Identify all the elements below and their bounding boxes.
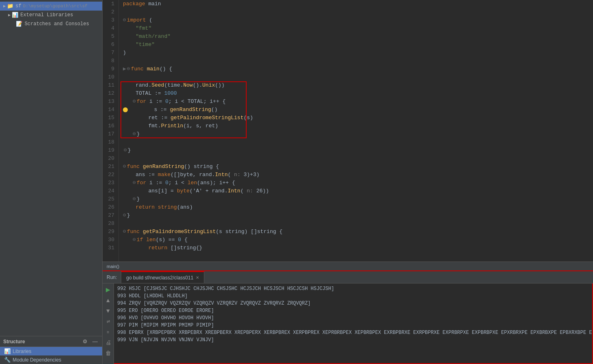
expand-arrow: ▶ xyxy=(3,4,6,9)
output-line-5: 996 HVO [OVHVO OHVHO HOVOH HVOVH] xyxy=(117,314,589,322)
token-kw: package xyxy=(123,0,145,8)
code-line-15: ret := getPalindromeStringList(s) xyxy=(123,114,589,122)
fold-marker-23[interactable]: ⊖ xyxy=(133,179,136,187)
run-sidebar-controls: ▶ ▲ ▼ ⇌ ≡ 🖨 🗑 xyxy=(103,283,114,364)
code-line-30: ⊖if len(s) == 0 { xyxy=(123,236,589,244)
sidebar-item-scratches[interactable]: 📝 Scratches and Consoles xyxy=(0,20,102,28)
structure-title: Structure xyxy=(3,339,25,344)
project-full-path: D:\mysetup\gopath\src\sf xyxy=(23,4,87,9)
run-scroll-down-btn[interactable]: ▼ xyxy=(104,306,113,315)
code-line-7: ) xyxy=(123,49,589,57)
output-line-4: 995 ERO [ORERO OEREO EOROE ERORE] xyxy=(117,307,589,314)
code-line-31: return []string{} xyxy=(123,244,589,252)
libraries-struct-icon: 📊 xyxy=(4,348,11,354)
code-line-10 xyxy=(123,73,589,81)
code-line-23: ⊖for i := 0; i < len(ans); i++ { xyxy=(123,179,589,187)
folder-icon: 📁 xyxy=(7,3,13,9)
sidebar-item-project[interactable]: ▶ 📁 sf D:\mysetup\gopath\src\sf xyxy=(0,2,102,11)
scratch-icon: 📝 xyxy=(16,21,22,27)
structure-item-module-deps[interactable]: 🔧 Module Dependencies xyxy=(0,355,102,364)
editor-area: 12345 678910 1112131415 1617181920 21222… xyxy=(103,0,593,364)
code-line-21: ⊖func genRandString() string { xyxy=(123,163,589,171)
output-line-8: 999 VJN [NJVJN NVJVN VNJNV VJNJV] xyxy=(117,336,589,344)
code-line-12: TOTAL := 1000 xyxy=(123,89,589,98)
fold-marker-13[interactable]: ⊖ xyxy=(133,98,136,106)
output-line-2: 993 HDDL [LHDDHL HLDDLH] xyxy=(117,292,589,300)
run-tab[interactable]: go build sf/newclass2/class011 ✕ xyxy=(121,271,204,283)
sidebar-item-external-libraries[interactable]: ▶ 📊 External Libraries xyxy=(0,11,102,20)
run-output: 992 HSJC [CJSHSJC CJHSHJC CHJSJHC CHSJSH… xyxy=(114,283,593,364)
fold-marker-9[interactable]: ⊖ xyxy=(127,65,130,73)
run-wrap-btn[interactable]: ⇌ xyxy=(104,317,113,326)
run-scroll-up-btn[interactable]: ▲ xyxy=(104,296,113,305)
structure-panel: Structure ⚙ — 📊 Libraries 🔧 Module Depen… xyxy=(0,336,102,364)
code-line-24: ans[i] = byte('A' + rand.Intn( n: 26)) xyxy=(123,187,589,195)
code-line-22: ans := make([]byte, rand.Intn( n: 3)+3) xyxy=(123,171,589,179)
run-tab-close[interactable]: ✕ xyxy=(196,275,199,280)
run-panel: Run: go build sf/newclass2/class011 ✕ ▶ … xyxy=(103,270,593,364)
output-line-6: 997 PIM [MIPIM MPIPM PMIMP PIMIP] xyxy=(117,322,589,329)
structure-controls: ⚙ — xyxy=(81,338,99,345)
code-line-11: rand.Seed(time.Now().Unix()) xyxy=(123,81,589,89)
structure-item-libraries[interactable]: 📊 Libraries xyxy=(0,347,102,355)
output-line-1: 992 HSJC [CJSHSJC CJHSHJC CHJSJHC CHSJSH… xyxy=(117,285,589,292)
run-label-text: Run: xyxy=(107,275,117,280)
fold-marker-30[interactable]: ⊖ xyxy=(133,236,136,244)
fold-marker-29[interactable]: ⊖ xyxy=(123,228,126,236)
code-line-1: package main xyxy=(123,0,589,8)
code-line-28 xyxy=(123,220,589,228)
run-label: Run: xyxy=(103,271,121,283)
output-line-3: 994 ZRQV [VQRZRQV VQZRZQV VZQRQZV VZRQRZ… xyxy=(117,300,589,307)
project-path: sf xyxy=(15,3,21,9)
fold-marker-19[interactable]: ⊖ xyxy=(124,146,127,155)
fold-marker-17[interactable]: ⊖ xyxy=(133,130,136,138)
run-print-btn[interactable]: 🖨 xyxy=(104,338,113,347)
run-indent-btn[interactable]: ≡ xyxy=(104,327,113,336)
fold-marker-27[interactable]: ⊖ xyxy=(123,211,126,220)
run-body: ▶ ▲ ▼ ⇌ ≡ 🖨 🗑 992 HSJC [CJSHSJC CJHSHJC … xyxy=(103,283,593,364)
run-play-btn[interactable]: ▶ xyxy=(104,285,113,294)
scratch-no-arrow xyxy=(8,21,14,27)
structure-module-label: Module Dependencies xyxy=(13,357,61,363)
code-line-13: ⊖for i := 0; i < TOTAL; i++ { xyxy=(123,98,589,106)
code-wrapper: 12345 678910 1112131415 1617181920 21222… xyxy=(103,0,593,262)
code-line-17: ⊖} xyxy=(123,130,589,138)
output-line-7: 998 EPBRX [XRBPEPBRX XRBPEBRX XREBPBERX … xyxy=(117,329,589,336)
run-gutter-9[interactable]: ▶ xyxy=(123,65,126,73)
code-line-2 xyxy=(123,8,589,16)
module-struct-icon: 🔧 xyxy=(4,357,11,363)
code-line-18 xyxy=(123,138,589,146)
fold-marker-25[interactable]: ⊖ xyxy=(133,195,136,203)
run-tab-name: go build sf/newclass2/class011 xyxy=(126,275,193,281)
code-line-3: ⊖import ( xyxy=(123,16,589,24)
fold-marker-21[interactable]: ⊖ xyxy=(123,163,126,171)
sidebar-tree: ▶ 📁 sf D:\mysetup\gopath\src\sf ▶ 📊 Exte… xyxy=(0,0,102,336)
structure-minimize-btn[interactable]: — xyxy=(91,338,99,345)
run-clear-btn[interactable]: 🗑 xyxy=(104,349,113,357)
code-line-16: fmt.Println(i, s, ret) xyxy=(123,122,589,130)
lines-and-code: 12345 678910 1112131415 1617181920 21222… xyxy=(103,0,593,262)
sidebar-label-scratches: Scratches and Consoles xyxy=(24,21,89,27)
sidebar: ▶ 📁 sf D:\mysetup\gopath\src\sf ▶ 📊 Exte… xyxy=(0,0,103,364)
libraries-icon: 📊 xyxy=(12,12,18,18)
fold-marker-3[interactable]: ⊖ xyxy=(123,16,126,24)
structure-header: Structure ⚙ — xyxy=(0,336,102,347)
line-numbers: 12345 678910 1112131415 1617181920 21222… xyxy=(103,0,119,262)
code-line-25: ⊖} xyxy=(123,195,589,203)
code-line-6: "time" xyxy=(123,41,589,49)
run-header: Run: go build sf/newclass2/class011 ✕ xyxy=(103,271,593,283)
code-line-26: return string(ans) xyxy=(123,203,589,211)
code-line-27: ⊖} xyxy=(123,211,589,220)
code-line-29: ⊖func getPalindromeStringList(s string) … xyxy=(123,228,589,236)
code-line-8 xyxy=(123,57,589,65)
main-container: ▶ 📁 sf D:\mysetup\gopath\src\sf ▶ 📊 Exte… xyxy=(0,0,593,364)
code-editor[interactable]: 12345 678910 1112131415 1617181920 21222… xyxy=(103,0,593,262)
code-line-5: "math/rand" xyxy=(123,33,589,41)
current-function-label: main() xyxy=(107,264,119,269)
structure-settings-btn[interactable]: ⚙ xyxy=(81,338,89,345)
code-line-9: ▶ ⊖func main() { xyxy=(123,65,589,73)
code-content: package main ⊖import ( "fmt" xyxy=(119,0,593,262)
code-line-19: ⊖} xyxy=(123,146,589,155)
breakpoint-dot xyxy=(123,107,128,112)
bottom-status-bar: main() xyxy=(103,262,593,270)
